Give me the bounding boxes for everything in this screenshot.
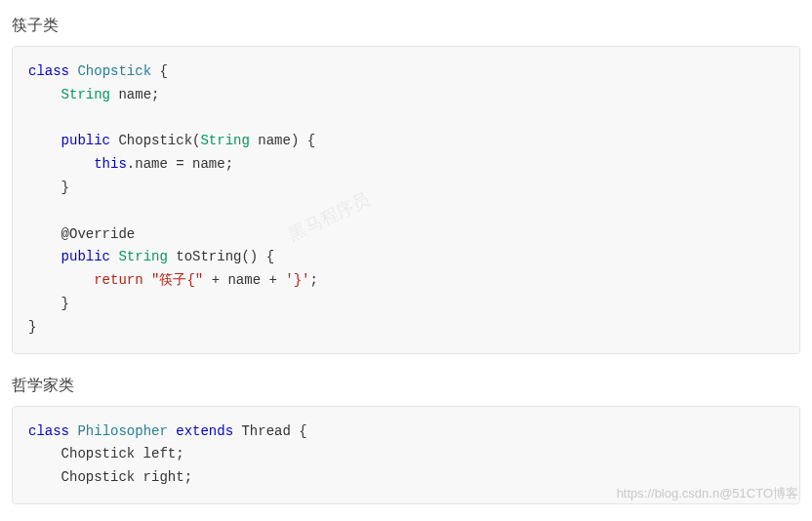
keyword-this: this [94,156,127,172]
field-left: Chopstick left; [61,446,184,461]
semicolon: ; [310,272,318,288]
type-string: String [61,87,110,102]
class-name: Chopstick [77,63,151,79]
annotation-override: @Override [61,226,136,242]
param-type: String [200,133,249,148]
keyword-return: return [94,272,142,288]
string-literal-2: '}' [285,272,309,288]
section-heading-chopstick: 筷子类 [12,16,800,36]
keyword-class: class [28,423,69,439]
class-name: Philosopher [77,423,167,439]
superclass-name: Thread [241,423,290,439]
field-name: name; [110,87,159,102]
method-name: toString() { [168,249,274,264]
section-heading-philosopher: 哲学家类 [12,376,800,396]
watermark-center: 黑马程序员 [284,185,376,250]
field-right: Chopstick right; [61,469,192,485]
string-literal-1: "筷子{" [151,272,203,288]
keyword-class: class [28,63,69,79]
modifier-public: public [61,133,110,148]
modifier-public: public [61,249,110,264]
code-block-chopstick: 黑马程序员class Chopstick { String name; publ… [12,46,800,354]
constructor-name: Chopstick( [110,133,200,148]
return-type: String [118,249,167,264]
space [143,272,151,288]
assign-stmt: .name = name; [127,156,233,172]
param-name: name) { [250,133,315,148]
code-block-philosopher: class Philosopher extends Thread { Chops… [12,406,800,504]
concat-op: + name + [203,272,285,288]
keyword-extends: extends [176,423,233,439]
